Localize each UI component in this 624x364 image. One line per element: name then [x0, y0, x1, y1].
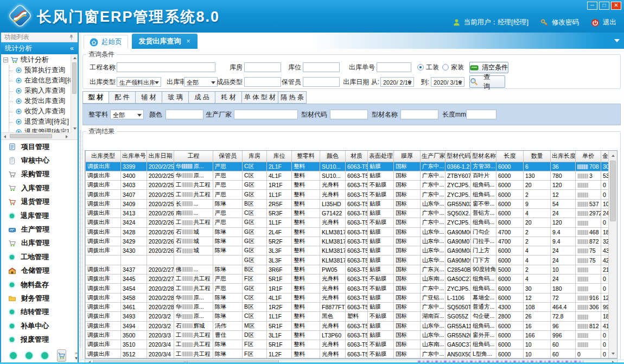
tree-root-statistics[interactable]: 统计分析 [1, 54, 71, 65]
scroll-up-icon[interactable] [609, 151, 617, 159]
material-tab[interactable]: 辅 材 [136, 91, 162, 104]
material-tab[interactable]: 单 体 型 材 [242, 91, 278, 104]
collapse-icon[interactable]: « [70, 42, 74, 54]
table-row[interactable]: 调拨出库34932020/3/2华原...陈琳C区1L1F整料黑色塑料不贴膜国标… [86, 312, 610, 321]
maximize-button[interactable]: □ [599, 2, 609, 10]
material-tab[interactable]: 成 品 [189, 91, 215, 104]
sidebar-menu-item[interactable]: 结转管理 [1, 305, 78, 319]
collapsed-item-icon[interactable] [26, 352, 33, 359]
grid-vertical-scrollbar[interactable] [608, 151, 617, 358]
tree-item[interactable]: 退库管理[待定] [1, 127, 71, 132]
table-row[interactable]: 调拨出库34292020/2/26石城陈琳G区5R2F整料KLM38176063… [86, 237, 610, 246]
keeper-input[interactable] [303, 77, 340, 87]
material-tab[interactable]: 配 件 [109, 91, 136, 104]
tree-item[interactable]: 采购入库查询 [1, 86, 71, 96]
column-header[interactable]: 出库长度 [551, 151, 576, 162]
length-input[interactable] [466, 110, 496, 119]
minimize-button[interactable]: ─ [587, 2, 597, 10]
column-header[interactable]: 保管员 [213, 151, 243, 162]
table-row[interactable]: 调拨出库34002020/2/25华原...严思C区4L1F整料SU10...6… [86, 171, 610, 180]
project-name-input[interactable] [117, 62, 215, 72]
collapsed-item-icon[interactable] [41, 352, 48, 359]
material-tab[interactable]: 隔 热 条 [278, 91, 307, 104]
tree-vertical-scrollbar[interactable] [71, 54, 78, 132]
scroll-right-icon[interactable] [63, 133, 71, 140]
table-row[interactable]: 调拨出库34242020/2/26工共工程严思G区1L1F整料光身料6063-T… [86, 218, 610, 227]
table-row[interactable]: 调拨出库34092020/2/25长...陈琳B区2R5F整料LI35HD606… [86, 199, 610, 208]
sidebar-menu-item[interactable]: 出库管理 [1, 237, 78, 250]
tree-horizontal-scrollbar[interactable] [1, 132, 71, 139]
column-header[interactable]: 生产厂家 [421, 151, 445, 162]
table-row[interactable]: G区3L3F整料KLM38176063-T5贴膜国标山东华...GA90M09.… [86, 256, 610, 265]
product-type-input[interactable] [244, 77, 281, 87]
sidebar-menu-item[interactable]: 入库管理 [1, 181, 78, 195]
color-input[interactable] [165, 110, 203, 119]
table-row[interactable]: 调拨出库34452020/2/27工共工程严思F区5R1F整料光身料6063-T… [86, 274, 610, 284]
table-row[interactable]: 调拨出库35122020/3/4工共工程陈琳F区1L2F整料光身料6063-T5… [86, 349, 610, 359]
sidebar-menu-item[interactable]: 退库管理 [1, 209, 78, 222]
tab-home[interactable]: 起始页 [84, 35, 128, 49]
sidebar-menu-item[interactable]: 仓储管理 [1, 264, 78, 278]
menu-overflow-button[interactable]: »▾ [75, 351, 78, 360]
radio-home-outfit[interactable]: 家装 [442, 62, 464, 72]
sidebar-menu-item[interactable]: 工地管理 [1, 250, 78, 264]
outbound-audit-select[interactable]: 全部 [184, 77, 218, 87]
column-header[interactable]: 整零料 [292, 151, 320, 162]
tab-close-icon[interactable]: × [187, 37, 190, 45]
table-row[interactable]: 调拨出库34032020/2/25工共工程严思G区1R1F整料光身料6063-T… [86, 181, 610, 190]
profile-name-input[interactable] [400, 110, 438, 119]
scroll-thumb[interactable] [10, 134, 52, 138]
scroll-up-icon[interactable] [71, 54, 78, 61]
part-select[interactable]: 全部 [110, 110, 144, 119]
order-no-input[interactable] [377, 62, 411, 72]
table-row[interactable]: 调拨出库34942020/3/2石辉城汤伟M区5R1F整料光身料6063-T5贴… [86, 321, 610, 330]
table-row[interactable]: 调拨出库34582020/2/28华原...陈琳C区4L1F整料光身料6063-… [86, 293, 610, 302]
tree-item[interactable]: 预算执行查询 [1, 65, 71, 75]
column-header[interactable]: 长度 [496, 151, 524, 162]
pin-icon[interactable] [68, 34, 74, 40]
profile-code-input[interactable] [330, 110, 368, 119]
table-row[interactable]: 调拨出库34072020/2/25工共工程严思G区1L1F整料光身料6063-T… [86, 190, 610, 199]
tab-shipping-outbound-query[interactable]: 发货出库查询 × [132, 34, 198, 49]
sidebar-menu-item[interactable]: 物料盘存 [1, 278, 78, 291]
sidebar-menu-item[interactable]: 财务管理 [1, 291, 78, 305]
column-header[interactable]: 膜厚 [394, 151, 421, 162]
column-header[interactable]: 型材名称 [471, 151, 496, 162]
sidebar-menu-item[interactable]: 采购管理 [1, 168, 78, 181]
scroll-thumb[interactable] [610, 161, 616, 221]
radio-work-outfit[interactable]: 工装 [417, 62, 439, 72]
sidebar-menu-item[interactable]: 报废管理 [1, 333, 78, 346]
close-button[interactable]: ✕ [611, 2, 621, 10]
sidebar-menu-item[interactable]: 项目管理 [1, 140, 78, 154]
scroll-left-icon[interactable] [1, 133, 8, 140]
column-header[interactable]: 出库日期 [147, 151, 174, 162]
search-button[interactable]: 查 询 [469, 75, 505, 88]
scroll-thumb[interactable] [72, 62, 77, 94]
column-header[interactable]: 数量 [524, 151, 551, 162]
column-header[interactable]: 出库单号 [121, 151, 147, 162]
tree-item[interactable]: 发货出库查询 [1, 96, 71, 106]
table-row[interactable]: 调拨出库33992020/2/25华原...严思C区2L1F整料SU10...6… [86, 162, 610, 171]
column-header[interactable]: 库房 [243, 151, 267, 162]
table-row[interactable]: 调拨出库35102020/3/4工共工程陈琳F区5R1F整料光身料6063-T5… [86, 340, 610, 349]
change-password-button[interactable]: 修改密码 [552, 18, 579, 27]
table-row[interactable]: 调拨出库35002020/3/3工共工程曹佳D区3L1F整料LT3P606063… [86, 330, 610, 340]
column-header[interactable]: 颜色 [320, 151, 346, 162]
tree-expander-icon[interactable] [3, 58, 8, 62]
sidebar-menu-item[interactable]: 生产管理 [1, 222, 78, 236]
sidebar-menu-item[interactable]: 退货管理 [1, 195, 78, 209]
column-header[interactable]: 表面处理 [368, 151, 394, 162]
table-row[interactable]: 调拨出库34282020/2/26石城陈琳G区2L4F整料KLM38176063… [86, 227, 610, 237]
outbound-type-select[interactable]: 生产领料出库 [117, 77, 161, 87]
table-row[interactable]: 调拨出库34372020/2/27佛...陈琳B区3R6F整料PW056063-… [86, 265, 610, 274]
scroll-down-icon[interactable] [71, 125, 78, 132]
column-header[interactable]: 单价 [576, 151, 601, 162]
table-row[interactable]: 调拨出库34542020/2/28工共工程严思G区1R1F整料光身料6063-T… [86, 284, 610, 293]
tab-overflow-icon[interactable] [614, 39, 620, 45]
location-input[interactable] [303, 62, 340, 72]
column-header[interactable]: 出库类型 [86, 151, 121, 162]
sidebar-group-header[interactable]: 统计分析 « [1, 42, 78, 54]
table-row[interactable]: 调拨出库34302020/2/26石城陈琳G区3L3F整料KLM38176063… [86, 246, 610, 256]
tree-item[interactable]: 收货入库查询 [1, 106, 71, 117]
material-tab[interactable]: 型 材 [82, 91, 109, 104]
